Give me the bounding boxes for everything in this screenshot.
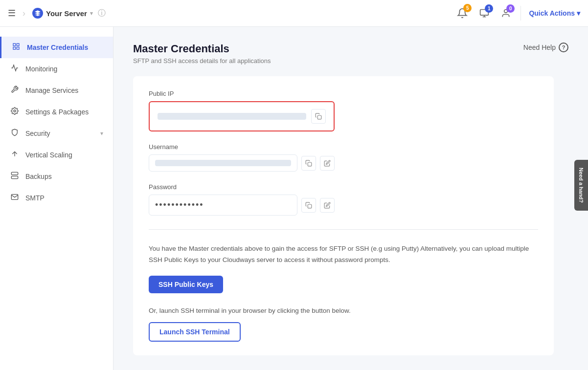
info-text: You have the Master credentials above to… xyxy=(149,243,538,266)
svg-rect-13 xyxy=(308,162,312,166)
server-name: Your Server xyxy=(46,9,87,18)
password-label: Password xyxy=(149,183,538,191)
chevron-down-icon: ▾ xyxy=(100,130,103,137)
sidebar: Master Credentials Monitoring Manage Ser… xyxy=(0,27,113,370)
user-count: 0 xyxy=(506,4,515,13)
sidebar-item-smtp[interactable]: SMTP xyxy=(0,187,113,209)
svg-rect-12 xyxy=(317,115,321,119)
need-help-label: Need Help xyxy=(523,44,556,51)
sidebar-item-security[interactable]: Security ▾ xyxy=(0,123,113,144)
window-count: 1 xyxy=(485,4,493,13)
arrow-up-icon xyxy=(10,150,20,160)
main-content: Master Credentials SFTP and SSH access d… xyxy=(113,27,588,370)
quick-actions-button[interactable]: Quick Actions ▾ xyxy=(529,9,580,17)
sidebar-item-backups[interactable]: Backups xyxy=(0,166,113,187)
window-btn[interactable]: 1 xyxy=(477,6,491,20)
copy-username-button[interactable] xyxy=(301,156,316,171)
edit-icon xyxy=(324,202,331,209)
sidebar-label: Backups xyxy=(25,173,52,180)
launch-ssh-terminal-button[interactable]: Launch SSH Terminal xyxy=(149,322,241,342)
page-subtitle: SFTP and SSH access details for all appl… xyxy=(133,57,271,65)
breadcrumb-sep: › xyxy=(23,8,25,19)
edit-username-button[interactable] xyxy=(320,156,335,171)
sidebar-item-settings-packages[interactable]: Settings & Packages xyxy=(0,101,113,123)
info-icon[interactable]: ⓘ xyxy=(98,8,106,19)
section-divider xyxy=(149,229,538,230)
sidebar-item-vertical-scaling[interactable]: Vertical Scaling xyxy=(0,144,113,166)
menu-icon[interactable]: ☰ xyxy=(8,8,16,19)
page-title: Master Credentials xyxy=(133,43,271,55)
copy-icon xyxy=(305,202,312,209)
sidebar-label: Vertical Scaling xyxy=(25,151,72,159)
svg-rect-5 xyxy=(17,47,19,49)
notifications-count: 5 xyxy=(463,4,472,12)
chart-icon xyxy=(10,64,20,74)
username-section: Username xyxy=(149,143,538,172)
svg-rect-3 xyxy=(17,44,19,46)
server-logo-icon xyxy=(34,10,41,17)
svg-point-6 xyxy=(14,110,16,112)
sidebar-label: Settings & Packages xyxy=(25,108,89,116)
or-text: Or, launch SSH terminal in your browser … xyxy=(149,307,538,314)
svg-rect-4 xyxy=(13,47,16,49)
username-value-wrapper xyxy=(149,154,297,172)
server-selector[interactable]: Your Server ▾ xyxy=(32,8,93,19)
sidebar-item-manage-services[interactable]: Manage Services xyxy=(0,80,113,101)
sidebar-label: Monitoring xyxy=(25,65,57,73)
public-ip-label: Public IP xyxy=(149,90,538,97)
shield-icon xyxy=(10,129,20,138)
public-ip-value xyxy=(158,113,306,120)
notifications-btn[interactable]: 5 xyxy=(455,6,470,21)
username-value xyxy=(155,160,291,166)
server-icon xyxy=(10,172,20,181)
server-icon xyxy=(32,8,43,19)
copy-password-button[interactable] xyxy=(301,198,316,213)
svg-rect-14 xyxy=(308,204,312,208)
need-help-button[interactable]: Need Help ? xyxy=(523,43,568,52)
ssh-public-keys-button[interactable]: SSH Public Keys xyxy=(149,276,223,293)
need-a-hand-tab[interactable]: Need a hand? xyxy=(574,159,588,210)
quick-actions-label: Quick Actions xyxy=(529,9,575,17)
public-ip-container xyxy=(149,101,335,131)
username-row xyxy=(149,154,335,172)
sidebar-label: Manage Services xyxy=(25,87,78,94)
sidebar-label: Master Credentials xyxy=(27,44,88,51)
wrench-icon xyxy=(10,86,20,95)
envelope-icon xyxy=(10,193,20,203)
password-row: •••••••••••• xyxy=(149,195,335,216)
sidebar-item-monitoring[interactable]: Monitoring xyxy=(0,58,113,80)
password-value-wrapper: •••••••••••• xyxy=(149,195,297,216)
gear-icon xyxy=(10,107,20,117)
copy-icon xyxy=(315,113,322,120)
svg-rect-2 xyxy=(13,44,16,46)
password-value: •••••••••••• xyxy=(155,200,204,210)
edit-password-button[interactable] xyxy=(320,198,335,213)
edit-icon xyxy=(324,160,331,167)
copy-icon xyxy=(305,160,312,167)
page-header: Master Credentials SFTP and SSH access d… xyxy=(133,43,568,65)
credentials-box: Public IP Username xyxy=(133,76,554,355)
sidebar-label: SMTP xyxy=(25,194,45,202)
user-btn[interactable]: 0 xyxy=(499,6,513,20)
password-section: Password •••••••••••• xyxy=(149,183,538,216)
svg-rect-9 xyxy=(11,176,18,178)
layout: Master Credentials Monitoring Manage Ser… xyxy=(0,27,588,370)
copy-ip-button[interactable] xyxy=(311,109,326,124)
quick-actions-chevron-icon: ▾ xyxy=(577,9,580,17)
svg-rect-8 xyxy=(11,172,18,174)
help-circle-icon: ? xyxy=(559,43,568,52)
nav-divider xyxy=(520,6,521,21)
chevron-down-icon: ▾ xyxy=(90,10,93,17)
grid-icon xyxy=(11,43,21,52)
topnav: ☰ › Your Server ▾ ⓘ 5 1 0 Quick Actions … xyxy=(0,0,588,27)
sidebar-label: Security xyxy=(25,130,50,137)
public-ip-section: Public IP xyxy=(149,90,538,131)
sidebar-item-master-credentials[interactable]: Master Credentials xyxy=(0,37,113,58)
username-label: Username xyxy=(149,143,538,151)
